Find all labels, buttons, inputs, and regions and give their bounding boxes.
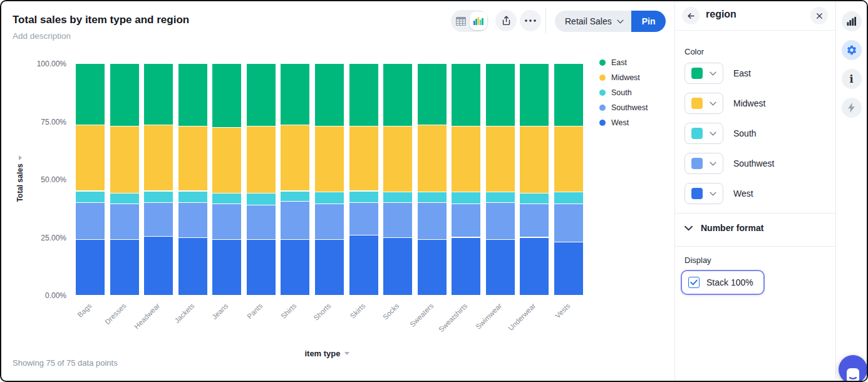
bar-segment-east-skirts[interactable] bbox=[349, 64, 378, 126]
bar-segment-east-socks[interactable] bbox=[383, 64, 412, 126]
pin-button[interactable]: Pin bbox=[631, 11, 666, 32]
settings-tab[interactable] bbox=[842, 40, 862, 60]
bar-segment-west-vests[interactable] bbox=[554, 242, 583, 295]
bar-segment-east-bags[interactable] bbox=[76, 64, 105, 125]
bar-segment-southwest-sweaters[interactable] bbox=[418, 203, 447, 239]
color-dropdown-south[interactable] bbox=[685, 123, 723, 144]
legend-item-midwest[interactable]: Midwest bbox=[599, 70, 648, 85]
bar-segment-east-dresses[interactable] bbox=[110, 64, 139, 126]
bar-segment-east-jackets[interactable] bbox=[178, 64, 207, 126]
bar-segment-south-jeans[interactable] bbox=[212, 194, 241, 204]
bar-segment-south-sweaters[interactable] bbox=[418, 192, 447, 202]
bar-segment-midwest-skirts[interactable] bbox=[349, 126, 378, 191]
legend-item-west[interactable]: West bbox=[599, 115, 648, 130]
bar-segment-west-swimwear[interactable] bbox=[486, 240, 515, 295]
bar-segment-east-vests[interactable] bbox=[554, 64, 583, 126]
table-view-button[interactable] bbox=[452, 12, 470, 30]
bar-segment-midwest-pants[interactable] bbox=[247, 126, 276, 193]
bar-segment-midwest-shirts[interactable] bbox=[281, 125, 309, 190]
bar-segment-south-sweatshirts[interactable] bbox=[452, 192, 480, 204]
bar-segment-east-swimwear[interactable] bbox=[486, 64, 515, 126]
bar-segment-midwest-underwear[interactable] bbox=[520, 126, 549, 193]
share-button[interactable] bbox=[495, 10, 517, 31]
bar-segment-west-bags[interactable] bbox=[76, 240, 105, 295]
legend-item-east[interactable]: East bbox=[599, 55, 648, 70]
bar-segment-southwest-headwear[interactable] bbox=[144, 203, 173, 236]
bar-segment-east-sweaters[interactable] bbox=[418, 64, 447, 125]
bar-segment-east-pants[interactable] bbox=[247, 64, 276, 126]
bar-segment-midwest-jeans[interactable] bbox=[212, 128, 241, 193]
bar-segment-southwest-sweatshirts[interactable] bbox=[452, 204, 480, 237]
page-title[interactable]: Total sales by item type and region bbox=[13, 14, 189, 26]
bar-segment-south-dresses[interactable] bbox=[110, 194, 139, 204]
color-dropdown-southwest[interactable] bbox=[685, 153, 723, 174]
bar-segment-south-socks[interactable] bbox=[383, 192, 412, 202]
chat-widget-button[interactable] bbox=[839, 355, 867, 382]
bar-segment-midwest-jackets[interactable] bbox=[178, 126, 207, 191]
bar-segment-south-shorts[interactable] bbox=[315, 192, 344, 204]
bar-segment-south-headwear[interactable] bbox=[144, 192, 173, 203]
bar-segment-south-pants[interactable] bbox=[247, 194, 276, 205]
bar-segment-west-shorts[interactable] bbox=[315, 240, 344, 295]
bar-segment-west-jackets[interactable] bbox=[178, 238, 207, 296]
bar-segment-southwest-pants[interactable] bbox=[247, 205, 276, 240]
bar-segment-west-shirts[interactable] bbox=[281, 240, 309, 295]
bar-segment-midwest-socks[interactable] bbox=[383, 126, 412, 192]
bar-segment-west-headwear[interactable] bbox=[144, 237, 173, 295]
color-dropdown-midwest[interactable] bbox=[685, 93, 723, 114]
bar-segment-south-bags[interactable] bbox=[76, 192, 105, 203]
number-format-section[interactable]: Number format bbox=[685, 214, 826, 242]
actions-tab[interactable] bbox=[842, 98, 862, 118]
bar-segment-midwest-headwear[interactable] bbox=[144, 125, 173, 190]
bar-segment-west-underwear[interactable] bbox=[520, 238, 549, 296]
bar-segment-southwest-underwear[interactable] bbox=[520, 204, 549, 237]
bar-segment-east-sweatshirts[interactable] bbox=[452, 64, 480, 126]
bar-segment-south-jackets[interactable] bbox=[178, 192, 207, 203]
info-tab[interactable]: i bbox=[842, 69, 862, 89]
bar-segment-southwest-shirts[interactable] bbox=[281, 202, 309, 239]
stack-100-checkbox[interactable] bbox=[688, 277, 700, 288]
bar-segment-southwest-socks[interactable] bbox=[383, 203, 412, 237]
bar-segment-west-dresses[interactable] bbox=[110, 240, 139, 295]
color-dropdown-east[interactable] bbox=[685, 63, 723, 84]
bar-segment-west-sweaters[interactable] bbox=[418, 240, 447, 295]
bar-segment-east-jeans[interactable] bbox=[212, 64, 241, 127]
bar-segment-southwest-skirts[interactable] bbox=[349, 203, 378, 235]
description-placeholder[interactable]: Add description bbox=[13, 31, 71, 41]
bar-segment-south-vests[interactable] bbox=[554, 192, 583, 204]
bar-segment-midwest-dresses[interactable] bbox=[110, 126, 139, 193]
bar-segment-midwest-sweaters[interactable] bbox=[418, 125, 447, 192]
close-button[interactable] bbox=[810, 7, 828, 24]
bar-segment-midwest-vests[interactable] bbox=[554, 126, 583, 192]
bar-segment-southwest-vests[interactable] bbox=[554, 204, 583, 242]
bar-segment-west-socks[interactable] bbox=[383, 238, 412, 296]
bar-segment-southwest-bags[interactable] bbox=[76, 203, 105, 239]
chart-settings-tab[interactable] bbox=[842, 11, 862, 31]
color-dropdown-west[interactable] bbox=[685, 183, 723, 204]
bar-segment-west-sweatshirts[interactable] bbox=[452, 238, 480, 296]
bar-segment-southwest-jeans[interactable] bbox=[212, 204, 241, 239]
bar-segment-southwest-jackets[interactable] bbox=[178, 203, 207, 237]
more-options-button[interactable] bbox=[520, 10, 541, 31]
bar-segment-west-skirts[interactable] bbox=[349, 235, 378, 295]
bar-segment-southwest-dresses[interactable] bbox=[110, 204, 139, 239]
bar-segment-south-skirts[interactable] bbox=[349, 192, 378, 203]
back-button[interactable] bbox=[682, 7, 700, 24]
bar-segment-midwest-swimwear[interactable] bbox=[486, 126, 515, 192]
y-axis-title[interactable]: Total sales bbox=[16, 158, 24, 208]
bar-segment-east-underwear[interactable] bbox=[520, 64, 549, 126]
bar-segment-midwest-sweatshirts[interactable] bbox=[452, 126, 480, 192]
bar-segment-southwest-swimwear[interactable] bbox=[486, 203, 515, 239]
bar-segment-south-shirts[interactable] bbox=[281, 192, 309, 202]
bar-segment-south-swimwear[interactable] bbox=[486, 192, 515, 202]
bar-segment-midwest-shorts[interactable] bbox=[315, 126, 344, 192]
dataset-dropdown[interactable]: Retail Sales bbox=[555, 11, 631, 32]
bar-segment-west-pants[interactable] bbox=[247, 240, 276, 295]
legend-item-southwest[interactable]: Southwest bbox=[599, 100, 648, 115]
bar-segment-east-shirts[interactable] bbox=[281, 64, 309, 125]
bar-segment-southwest-shorts[interactable] bbox=[315, 204, 344, 239]
bar-segment-east-headwear[interactable] bbox=[144, 64, 173, 125]
bar-segment-west-jeans[interactable] bbox=[212, 240, 241, 295]
bar-segment-midwest-bags[interactable] bbox=[76, 125, 105, 190]
legend-item-south[interactable]: South bbox=[599, 85, 648, 100]
